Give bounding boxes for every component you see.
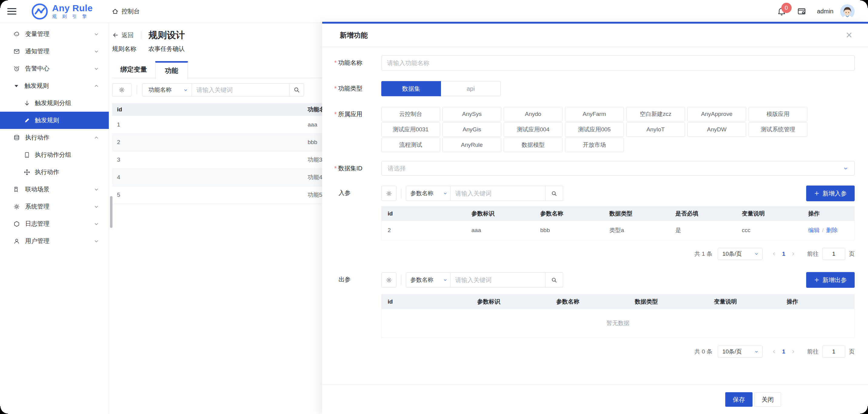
drawer-header: 新增功能 × xyxy=(322,24,868,47)
out-params-table: id参数标识参数名称数据类型变量说明操作 暂无数据 xyxy=(381,294,855,338)
edit-link[interactable]: 编辑 xyxy=(808,227,820,233)
column-settings-button[interactable] xyxy=(381,186,396,201)
notifications-button[interactable]: 0 xyxy=(777,7,786,16)
divider xyxy=(141,31,141,39)
app-option[interactable]: 开放市场 xyxy=(565,138,624,152)
sidebar-item-trigger-rules-group-parent[interactable]: 触发规则 xyxy=(0,77,109,95)
column-header: 参数名称 xyxy=(550,295,629,309)
sidebar-item-system[interactable]: 系统管理 xyxy=(0,198,109,215)
tab-bind-variables[interactable]: 绑定变量 xyxy=(112,61,155,78)
sidebar-item-users[interactable]: 用户管理 xyxy=(0,233,109,250)
page-number[interactable]: 1 xyxy=(782,348,785,355)
app-option[interactable]: 云控制台 xyxy=(381,107,440,122)
in-params-section: 入参 参数名称 新 xyxy=(334,185,855,261)
logo-icon xyxy=(30,2,49,21)
sidebar-item-scenes[interactable]: 联动场景 xyxy=(0,181,109,198)
app-option[interactable]: 测试应用0031 xyxy=(381,122,440,137)
keyword-input[interactable] xyxy=(451,272,546,287)
sidebar-item-logs[interactable]: 日志管理 xyxy=(0,215,109,233)
drawer-body: 功能名称 功能类型 数据集 api 所属应用 云控制台AnySysAnydoAn… xyxy=(322,47,868,385)
gear-icon xyxy=(386,277,392,283)
app-option[interactable]: AnyRule xyxy=(442,138,501,152)
app-option[interactable]: 空白新建zcz xyxy=(626,107,685,122)
cloud-icon xyxy=(13,31,20,37)
avatar[interactable] xyxy=(840,4,855,19)
app-option[interactable]: 流程测试 xyxy=(381,138,440,152)
prev-page-button[interactable] xyxy=(772,251,776,256)
keyword-input[interactable] xyxy=(451,186,546,201)
page-number[interactable]: 1 xyxy=(782,250,785,257)
prev-page-button[interactable] xyxy=(772,349,776,354)
app-option[interactable]: AnyFarm xyxy=(565,107,624,122)
owner-app-row: 所属应用 云控制台AnySysAnydoAnyFarm空白新建zczAnyApp… xyxy=(334,107,855,152)
sidebar-item-variables[interactable]: 变量管理 xyxy=(0,26,109,43)
function-name-row: 功能名称 xyxy=(334,56,855,70)
column-header: 数据类型 xyxy=(629,295,708,309)
next-page-button[interactable] xyxy=(791,349,796,354)
table-header-row: id参数标识参数名称数据类型是否必填变量说明操作 xyxy=(381,206,855,221)
type-option-dataset[interactable]: 数据集 xyxy=(381,81,441,96)
tab-functions[interactable]: 功能 xyxy=(155,61,188,79)
sidebar-item-alerts[interactable]: 告警中心 xyxy=(0,60,109,77)
in-params-label: 入参 xyxy=(334,185,381,261)
app-option[interactable]: 测试系统管理 xyxy=(749,122,807,137)
page-size-select[interactable]: 10条/页 xyxy=(718,346,763,358)
app-option[interactable]: AnyIoT xyxy=(626,122,685,137)
console-link[interactable]: 控制台 xyxy=(112,7,140,15)
sidebar-item-trigger-rule-groups[interactable]: 触发规则分组 xyxy=(0,95,109,112)
function-name-input[interactable] xyxy=(381,56,855,70)
chevron-right-icon xyxy=(791,349,796,354)
sidebar-item-actions[interactable]: 执行动作 xyxy=(0,164,109,181)
scrollbar-thumb[interactable] xyxy=(110,196,113,228)
gear-icon xyxy=(386,191,392,197)
out-params-label: 出参 xyxy=(334,272,381,358)
drawer-title: 新增功能 xyxy=(340,31,368,40)
goto-label: 前往 xyxy=(807,348,818,355)
keyword-input[interactable] xyxy=(192,83,289,97)
app-option[interactable]: AnyApprove xyxy=(687,107,746,122)
type-option-api[interactable]: api xyxy=(441,81,501,96)
search-field-select[interactable]: 参数名称 xyxy=(406,272,451,287)
app-option[interactable]: AnySys xyxy=(442,107,501,122)
page-unit: 页 xyxy=(849,250,855,258)
app-option[interactable]: 模版应用 xyxy=(749,107,807,122)
back-button[interactable]: 返回 xyxy=(112,31,134,39)
search-button[interactable] xyxy=(546,272,563,287)
goto-label: 前往 xyxy=(807,250,818,258)
goto-page-input[interactable] xyxy=(822,248,845,260)
close-button[interactable]: 关闭 xyxy=(754,392,781,407)
add-out-param-button[interactable]: 新增出参 xyxy=(806,272,855,288)
column-header: 是否必填 xyxy=(670,206,736,221)
column-settings-button[interactable] xyxy=(381,272,396,287)
search-button[interactable] xyxy=(289,83,304,97)
chevron-down-icon xyxy=(754,349,758,354)
goto-page-input[interactable] xyxy=(822,346,845,358)
search-field-select[interactable]: 功能名称 xyxy=(142,83,192,97)
app-option[interactable]: 数据模型 xyxy=(504,138,562,152)
next-page-button[interactable] xyxy=(791,251,796,256)
app-option[interactable]: AnyDW xyxy=(687,122,746,137)
close-icon[interactable]: × xyxy=(846,30,852,40)
add-in-param-button[interactable]: 新增入参 xyxy=(806,185,855,201)
in-param-row: 2 aaa bbb 类型a 是 ccc 编辑/删除 xyxy=(381,221,855,240)
save-button[interactable]: 保存 xyxy=(725,392,752,407)
search-button[interactable] xyxy=(546,186,563,201)
settings-panel-button[interactable] xyxy=(797,7,806,16)
dataset-id-select[interactable]: 请选择 xyxy=(381,161,855,175)
in-params-table: id参数标识参数名称数据类型是否必填变量说明操作 2 aaa bbb 类型a 是… xyxy=(381,206,855,240)
sidebar-item-actions-parent[interactable]: 执行动作 xyxy=(0,129,109,146)
delete-link[interactable]: 删除 xyxy=(826,227,838,233)
app-option[interactable]: AnyGis xyxy=(442,122,501,137)
app-option[interactable]: Anydo xyxy=(504,107,562,122)
chevron-down-icon xyxy=(843,166,848,171)
sidebar-item-trigger-rules[interactable]: 触发规则 xyxy=(0,112,109,129)
app-option[interactable]: 测试应用004 xyxy=(504,122,562,137)
total-count: 共 0 条 xyxy=(694,348,712,355)
page-size-select[interactable]: 10条/页 xyxy=(718,248,763,260)
app-option[interactable]: 测试应用005 xyxy=(565,122,624,137)
search-field-select[interactable]: 参数名称 xyxy=(406,186,451,201)
menu-toggle-icon[interactable] xyxy=(7,8,17,14)
sidebar-item-notifications[interactable]: 通知管理 xyxy=(0,43,109,60)
sidebar-item-action-groups[interactable]: 执行动作分组 xyxy=(0,146,109,164)
column-settings-button[interactable] xyxy=(112,83,131,97)
